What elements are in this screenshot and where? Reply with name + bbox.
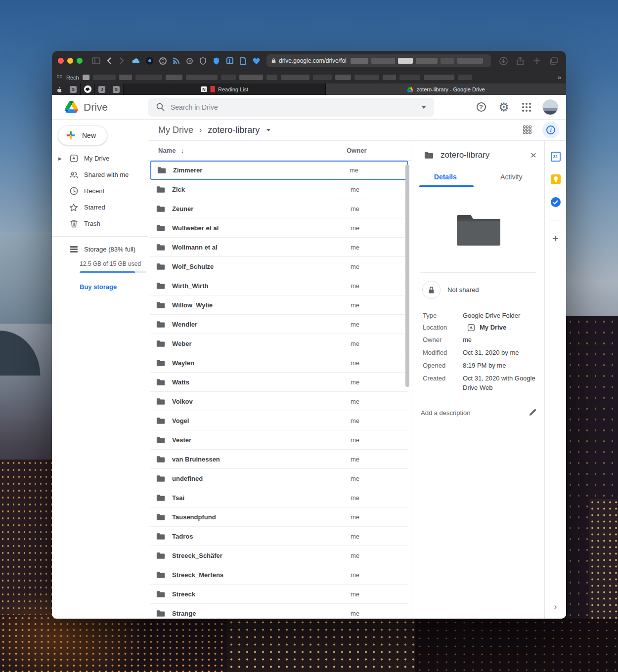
sidebar-toggle-icon[interactable] xyxy=(89,55,102,67)
table-row[interactable]: Wullweber et al me xyxy=(150,218,408,238)
forward-button[interactable] xyxy=(115,55,128,67)
folder-icon xyxy=(156,475,165,482)
new-tab-button[interactable] xyxy=(530,55,543,67)
breadcrumb-caret-icon[interactable] xyxy=(266,129,270,131)
onepassword-extension-icon[interactable] xyxy=(159,57,167,65)
sidebar-item-trash[interactable]: Trash xyxy=(52,215,148,232)
breadcrumb-current-folder[interactable]: zotero-library xyxy=(208,125,260,135)
table-row[interactable]: Wolf_Schulze me xyxy=(150,257,408,276)
details-info-button[interactable]: i xyxy=(542,122,559,138)
calendar-icon[interactable]: 31 xyxy=(551,152,561,162)
folder-icon xyxy=(156,494,165,502)
breadcrumb-my-drive[interactable]: My Drive xyxy=(158,125,193,135)
eye-extension-icon[interactable] xyxy=(185,57,194,65)
owner-label: me xyxy=(351,456,404,463)
bookmarks-grid-icon[interactable] xyxy=(57,75,63,80)
downloads-button[interactable] xyxy=(497,55,510,67)
settings-gear-button[interactable]: ⚙ xyxy=(497,100,511,114)
buy-storage-link[interactable]: Buy storage xyxy=(80,283,117,291)
shield-blue-extension-icon[interactable] xyxy=(212,57,221,65)
sidebar-item-my-drive[interactable]: ▶ My Drive xyxy=(52,150,148,167)
pinned-tab-s1[interactable]: S xyxy=(66,84,81,95)
close-details-icon[interactable]: × xyxy=(530,150,536,160)
help-button[interactable]: ? xyxy=(474,100,488,114)
column-header-owner[interactable]: Owner xyxy=(347,147,402,154)
drive-brand[interactable]: Drive xyxy=(52,101,148,113)
shield-extension-icon[interactable] xyxy=(199,57,207,65)
tab-details[interactable]: Details xyxy=(412,168,479,187)
pinned-tab-apple[interactable] xyxy=(52,84,66,95)
table-row[interactable]: Tsai me xyxy=(150,488,408,507)
table-row[interactable]: Zimmerer me xyxy=(150,161,408,180)
table-row[interactable]: Waylen me xyxy=(150,353,408,373)
rss-extension-icon[interactable] xyxy=(172,57,180,65)
google-apps-grid-button[interactable] xyxy=(520,100,533,114)
folder-name: Wullweber et al xyxy=(172,224,219,232)
zoom-window-button[interactable] xyxy=(77,58,83,64)
folder-icon xyxy=(156,205,165,212)
table-row[interactable]: Wirth_Wirth me xyxy=(150,276,408,295)
sidebar-item-starred[interactable]: Starred xyxy=(52,199,148,215)
table-row[interactable]: Wollmann et al me xyxy=(150,238,408,257)
list-scrollbar-thumb[interactable] xyxy=(405,165,409,387)
tab-activity[interactable]: Activity xyxy=(479,168,545,187)
table-row[interactable]: Vester me xyxy=(150,430,408,450)
sidebar-item-shared-with-me[interactable]: Shared with me xyxy=(52,167,148,183)
share-button[interactable] xyxy=(514,55,527,67)
table-row[interactable]: undefined me xyxy=(150,469,408,488)
folder-icon xyxy=(156,282,165,290)
get-add-ons-button[interactable]: + xyxy=(552,233,559,244)
close-window-button[interactable] xyxy=(58,58,64,64)
table-row[interactable]: Zeuner me xyxy=(150,199,408,218)
page-extension-icon[interactable] xyxy=(239,57,247,65)
privacy-badger-extension-icon[interactable] xyxy=(145,57,154,65)
search-input[interactable]: Search in Drive xyxy=(148,98,434,117)
pinned-tab-j[interactable]: J xyxy=(95,84,109,95)
location-chip[interactable]: My Drive xyxy=(480,323,506,332)
sidebar-item-storage[interactable]: Storage (83% full) xyxy=(52,241,148,257)
table-row[interactable]: Streeck me xyxy=(150,585,408,604)
address-bar[interactable]: drive.google.com/drive/fol xyxy=(266,54,491,67)
tab-reading-list[interactable]: N Reading List xyxy=(124,84,326,95)
bookmarks-overflow-chevron[interactable]: » xyxy=(558,74,561,81)
tab-active-google-drive[interactable]: zotero-library - Google Drive xyxy=(326,84,566,95)
table-row[interactable]: Tadros me xyxy=(150,527,408,546)
expand-arrow-icon[interactable]: ▶ xyxy=(58,156,63,161)
table-row[interactable]: Zick me xyxy=(150,180,408,199)
tab-overview-button[interactable] xyxy=(547,55,560,67)
description-placeholder[interactable]: Add a description xyxy=(421,409,529,417)
account-avatar[interactable] xyxy=(542,99,558,115)
grid-view-toggle-button[interactable] xyxy=(518,122,537,138)
search-options-caret-icon[interactable] xyxy=(421,106,426,109)
heart-extension-icon[interactable] xyxy=(252,57,261,65)
new-button[interactable]: New xyxy=(58,126,107,145)
cloud-extension-icon[interactable] xyxy=(132,57,140,65)
collapse-panel-chevron[interactable]: › xyxy=(554,602,557,612)
instapaper-extension-icon[interactable]: I xyxy=(225,57,234,65)
table-row[interactable]: Streeck_Schäfer me xyxy=(150,546,408,565)
back-button[interactable] xyxy=(102,55,115,67)
keep-icon[interactable] xyxy=(551,174,561,184)
table-row[interactable]: Strange me xyxy=(150,604,408,619)
table-row[interactable]: Weber me xyxy=(150,334,408,353)
tasks-icon[interactable] xyxy=(551,197,561,207)
pinned-tab-github[interactable] xyxy=(81,84,95,95)
pinned-tab-s2[interactable]: S xyxy=(109,84,124,95)
table-row[interactable]: Wendler me xyxy=(150,315,408,334)
table-row[interactable]: Willow_Wylie me xyxy=(150,295,408,315)
table-row[interactable]: Tausendpfund me xyxy=(150,507,408,527)
bookmark-label[interactable]: Rech xyxy=(66,75,79,81)
table-row[interactable]: Streeck_Mertens me xyxy=(150,565,408,585)
sidebar-item-recent[interactable]: Recent xyxy=(52,183,148,199)
edit-pencil-icon[interactable] xyxy=(529,409,536,417)
table-row[interactable]: Watts me xyxy=(150,373,408,392)
bookmark-redacted xyxy=(119,75,132,80)
table-row[interactable]: Vogel me xyxy=(150,411,408,430)
bookmark-redacted xyxy=(83,75,89,80)
table-row[interactable]: Volkov me xyxy=(150,392,408,411)
column-header-name[interactable]: Name xyxy=(158,147,176,154)
sort-descending-icon[interactable]: ↓ xyxy=(180,147,184,154)
table-row[interactable]: van Bruinessen me xyxy=(150,450,408,469)
minimize-window-button[interactable] xyxy=(67,58,73,64)
folder-icon xyxy=(156,456,165,463)
